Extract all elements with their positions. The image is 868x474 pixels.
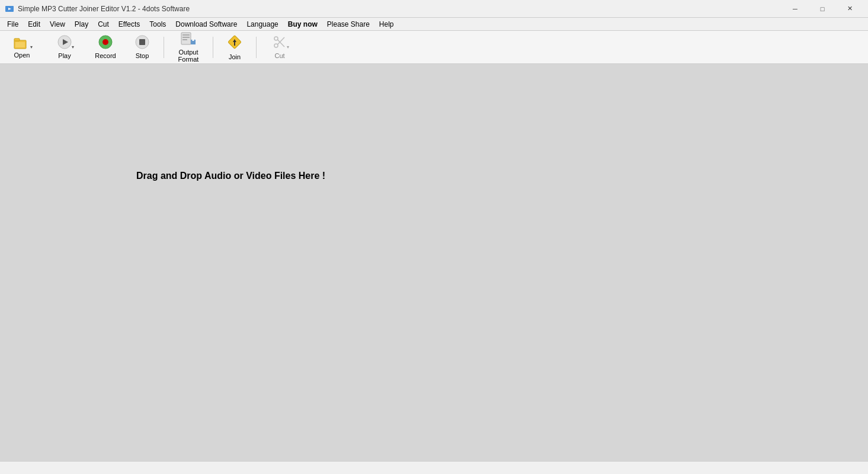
toolbar: Open ▾ Play ▾ Record <box>0 31 868 64</box>
title-bar: Simple MP3 Cutter Joiner Editor V1.2 - 4… <box>0 0 868 18</box>
close-button[interactable]: ✕ <box>836 0 863 18</box>
record-button[interactable]: Record <box>88 33 123 62</box>
title-bar-left: Simple MP3 Cutter Joiner Editor V1.2 - 4… <box>5 4 190 14</box>
menu-help[interactable]: Help <box>374 18 399 31</box>
svg-point-21 <box>274 37 278 40</box>
menu-download-software[interactable]: Download Software <box>171 18 242 31</box>
svg-rect-10 <box>139 39 145 45</box>
svg-rect-19 <box>234 41 235 46</box>
open-dropdown-arrow[interactable]: ▾ <box>30 44 33 50</box>
play-icon <box>57 35 72 51</box>
main-content: Drag and Drop Audio or Video Files Here … <box>0 64 868 461</box>
menu-effects[interactable]: Effects <box>114 18 145 31</box>
join-label: Join <box>229 53 241 60</box>
output-format-button[interactable]: Output Format <box>168 33 209 62</box>
record-label: Record <box>95 52 116 59</box>
output-format-label: Output Format <box>171 49 206 63</box>
svg-rect-13 <box>182 37 190 38</box>
menu-language[interactable]: Language <box>242 18 283 31</box>
join-icon <box>226 34 243 52</box>
output-format-icon <box>180 31 197 47</box>
toolbar-sep-2 <box>213 37 213 58</box>
svg-point-20 <box>274 44 278 47</box>
cut-label: Cut <box>274 52 284 59</box>
menu-play[interactable]: Play <box>70 18 93 31</box>
drop-hint: Drag and Drop Audio or Video Files Here … <box>136 171 325 181</box>
title-bar-controls: ─ □ ✕ <box>781 0 863 18</box>
menu-edit[interactable]: Edit <box>23 18 45 31</box>
play-button[interactable]: Play ▾ <box>45 33 87 62</box>
menu-tools[interactable]: Tools <box>145 18 171 31</box>
cut-dropdown-arrow: ▾ <box>287 44 289 50</box>
record-icon <box>98 35 113 51</box>
title-bar-title: Simple MP3 Cutter Joiner Editor V1.2 - 4… <box>18 5 190 13</box>
menu-buy-now[interactable]: Buy now <box>283 18 322 31</box>
stop-label: Stop <box>136 52 149 59</box>
play-label: Play <box>58 52 71 59</box>
open-icon <box>14 36 30 50</box>
join-button[interactable]: Join <box>217 33 252 62</box>
menu-file[interactable]: File <box>2 18 23 31</box>
cut-button[interactable]: Cut ▾ <box>260 33 302 62</box>
svg-rect-3 <box>14 39 20 41</box>
menu-please-share[interactable]: Please Share <box>322 18 374 31</box>
menu-view[interactable]: View <box>45 18 70 31</box>
svg-point-8 <box>103 39 108 45</box>
open-label: Open <box>14 52 30 59</box>
app-icon <box>5 4 14 14</box>
toolbar-sep-1 <box>164 37 164 58</box>
minimize-button[interactable]: ─ <box>781 0 809 18</box>
stop-icon <box>135 35 149 51</box>
play-dropdown-arrow[interactable]: ▾ <box>72 44 74 50</box>
toolbar-sep-3 <box>256 37 257 58</box>
status-bar <box>0 461 868 474</box>
svg-rect-12 <box>182 34 190 36</box>
maximize-button[interactable]: □ <box>809 0 836 18</box>
menu-cut[interactable]: Cut <box>93 18 114 31</box>
svg-rect-4 <box>15 42 25 47</box>
menu-bar: File Edit View Play Cut Effects Tools Do… <box>0 18 868 31</box>
open-button[interactable]: Open ▾ <box>2 33 44 62</box>
stop-button[interactable]: Stop <box>124 33 160 62</box>
svg-rect-14 <box>182 39 187 40</box>
cut-icon <box>273 35 287 51</box>
